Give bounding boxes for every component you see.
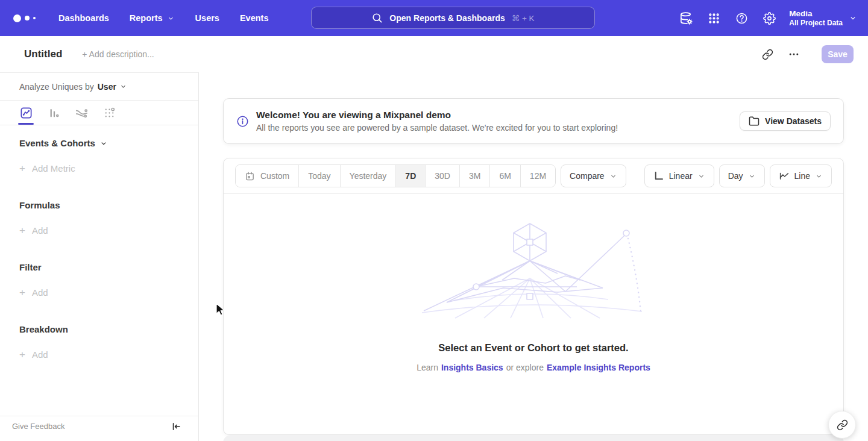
line-chart-icon [779, 170, 790, 181]
project-scope: All Project Data [789, 19, 843, 28]
range-12m[interactable]: 12M [520, 165, 555, 187]
chevron-down-icon [99, 139, 108, 148]
plus-icon: + [19, 288, 25, 297]
analyze-label: Analyze Uniques by [19, 82, 94, 92]
active-tab-underline [18, 123, 34, 125]
more-icon[interactable] [788, 48, 800, 60]
add-filter-button[interactable]: + Add [19, 287, 179, 298]
chevron-down-icon [697, 172, 705, 180]
main-nav: Dashboards Reports Users Events [48, 0, 278, 36]
nav-reports[interactable]: Reports [119, 0, 185, 36]
calendar-icon [245, 171, 255, 181]
share-link-fab[interactable] [828, 411, 856, 439]
banner-text: Welcome! You are viewing a Mixpanel demo… [256, 110, 618, 133]
nav-users[interactable]: Users [185, 0, 230, 36]
retention-grid-icon [102, 106, 116, 120]
plus-icon: + [19, 350, 25, 359]
project-switcher[interactable]: Media All Project Data [789, 8, 857, 28]
tab-insights-line[interactable] [19, 101, 33, 125]
sidebar-footer: Give Feedback [0, 416, 198, 441]
welcome-banner: Welcome! You are viewing a Mixpanel demo… [223, 98, 844, 144]
query-builder-sidebar: Analyze Uniques by User Events & [0, 72, 199, 441]
date-range-control: Custom Today Yesterday 7D 30D 3M 6M 12M [235, 164, 556, 187]
chart-type-dropdown[interactable]: Line [770, 164, 832, 187]
range-yesterday[interactable]: Yesterday [340, 165, 396, 187]
section-events-cohorts: Events & Cohorts + Add Metric [0, 138, 198, 174]
search-input[interactable]: Open Reports & Dashboards ⌘ + K [311, 7, 595, 29]
range-custom[interactable]: Custom [236, 165, 298, 187]
navbar-right: Media All Project Data [672, 0, 857, 36]
range-7d[interactable]: 7D [395, 165, 425, 187]
logo-dot [33, 17, 36, 19]
link-icon [837, 419, 848, 431]
chevron-down-icon [609, 172, 617, 180]
axis-icon [653, 170, 664, 181]
middle-text: or explore [506, 363, 544, 372]
search-placeholder: Open Reports & Dashboards [389, 13, 505, 23]
mixpanel-logo-icon[interactable] [13, 14, 41, 22]
section-filter: Filter + Add [0, 262, 198, 298]
apps-grid-icon[interactable] [700, 0, 728, 36]
tab-retention-grid[interactable] [102, 101, 116, 125]
range-6m[interactable]: 6M [489, 165, 520, 187]
nav-dashboards[interactable]: Dashboards [48, 0, 119, 36]
range-30d[interactable]: 30D [425, 165, 459, 187]
plus-icon: + [19, 226, 25, 235]
chevron-down-icon [119, 83, 127, 90]
banner-subtitle: All the reports you see are powered by a… [256, 123, 618, 133]
empty-state-title: Select an Event or Cohort to get started… [438, 342, 628, 354]
range-today[interactable]: Today [298, 165, 339, 187]
tab-bar-chart[interactable] [46, 101, 61, 125]
report-title[interactable]: Untitled [24, 48, 62, 60]
save-button[interactable]: Save [822, 45, 854, 63]
filter-title: Filter [19, 262, 179, 272]
formulas-title: Formulas [19, 200, 179, 210]
top-navbar: Dashboards Reports Users Events Open Rep… [0, 0, 868, 36]
chevron-down-icon [849, 14, 857, 22]
add-metric-button[interactable]: + Add Metric [19, 163, 179, 174]
plus-icon: + [19, 164, 25, 173]
empty-state-illustration [419, 220, 648, 320]
mixpanel-app: Dashboards Reports Users Events Open Rep… [0, 0, 868, 441]
report-type-tabs [0, 101, 198, 125]
give-feedback-link[interactable]: Give Feedback [12, 422, 64, 431]
view-datasets-button[interactable]: View Datasets [740, 111, 831, 131]
search-icon [371, 12, 383, 23]
logo-dot [13, 14, 21, 22]
report-actions: Save [762, 45, 854, 63]
granularity-dropdown[interactable]: Day [719, 164, 765, 187]
empty-state-links: Learn Insights Basics or explore Example… [417, 363, 650, 372]
nav-reports-label: Reports [130, 13, 163, 23]
analyze-row: Analyze Uniques by User [0, 73, 198, 101]
chevron-down-icon [167, 14, 175, 22]
collapse-sidebar-icon[interactable] [171, 421, 181, 432]
example-insights-reports-link[interactable]: Example Insights Reports [547, 363, 650, 372]
scale-dropdown[interactable]: Linear [644, 164, 714, 187]
insights-chart-card: Custom Today Yesterday 7D 30D 3M 6M 12M … [223, 158, 844, 435]
chevron-down-icon [748, 172, 756, 180]
logo-dot [25, 16, 30, 20]
compare-dropdown[interactable]: Compare [561, 164, 626, 187]
copy-link-icon[interactable] [762, 49, 773, 60]
tab-flow[interactable] [74, 101, 89, 125]
project-name: Media [789, 8, 843, 19]
settings-gear-icon[interactable] [755, 0, 783, 36]
help-icon[interactable] [728, 0, 755, 36]
add-formula-button[interactable]: + Add [19, 225, 179, 236]
nav-events-label: Events [240, 13, 269, 23]
nav-events[interactable]: Events [230, 0, 279, 36]
section-formulas: Formulas + Add [0, 200, 198, 236]
search-shortcut: ⌘ + K [512, 13, 535, 23]
empty-state: Select an Event or Cohort to get started… [224, 194, 843, 372]
analyze-value-dropdown[interactable]: User [98, 82, 127, 92]
data-management-icon[interactable] [672, 0, 700, 36]
flow-chart-icon [75, 106, 89, 120]
events-cohorts-title[interactable]: Events & Cohorts [19, 138, 179, 148]
learn-prefix: Learn [417, 363, 438, 372]
nav-dashboards-label: Dashboards [58, 13, 109, 23]
breakdown-title: Breakdown [19, 324, 179, 334]
add-breakdown-button[interactable]: + Add [19, 349, 179, 360]
report-description-placeholder[interactable]: + Add description... [82, 49, 154, 59]
insights-basics-link[interactable]: Insights Basics [441, 363, 503, 372]
range-3m[interactable]: 3M [459, 165, 489, 187]
